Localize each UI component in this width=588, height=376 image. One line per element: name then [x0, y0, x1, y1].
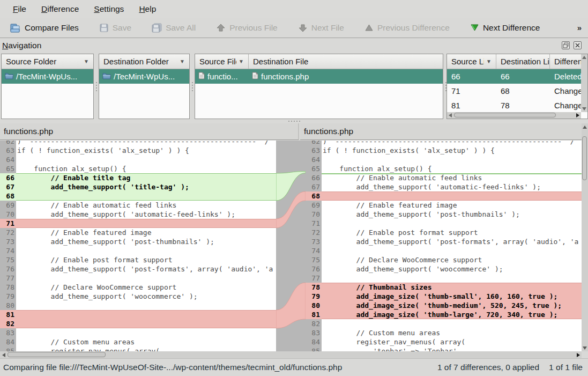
folder-row[interactable]: /TecMint-WpUs...	[2, 69, 93, 84]
diff-vertical-scrollbar[interactable]	[582, 123, 588, 351]
gutter-texture	[306, 246, 310, 255]
destination-file-column-header[interactable]: Destination File	[249, 54, 443, 69]
dock-close-button[interactable]	[574, 41, 582, 49]
gutter-texture	[306, 337, 310, 346]
source-folder-header-label: Source Folder	[6, 57, 56, 66]
gutter-texture	[0, 264, 4, 274]
previous-file-icon	[216, 24, 226, 32]
scroll-left-icon[interactable]	[0, 351, 7, 358]
gutter-texture	[0, 301, 4, 310]
differences-horizontal-scrollbar[interactable]	[447, 112, 581, 119]
scroll-up-icon[interactable]	[582, 123, 588, 130]
gutter-texture	[0, 141, 4, 146]
code-line: 64	[0, 155, 276, 164]
code-text: add_image_size( 'thumb-medium', 520, 245…	[322, 301, 582, 310]
gutter-texture	[306, 237, 310, 246]
previous-file-label: Previous File	[229, 23, 278, 33]
code-line: 78 // Declare WooCommerce support	[0, 283, 276, 292]
code-text: add_image_size( 'thumb-small', 160, 160,…	[322, 292, 582, 301]
differences-vertical-scrollbar[interactable]	[581, 54, 587, 112]
source-file-column-header[interactable]: Source File ▼	[195, 54, 249, 69]
code-text: ) --------------------------------------…	[16, 141, 276, 146]
scrollbar-thumb[interactable]	[8, 352, 106, 357]
destination-file-title: functions.php	[300, 123, 582, 140]
diff-horizontal-scrollbar[interactable]	[0, 351, 582, 358]
gutter-texture	[306, 141, 310, 146]
code-text: // Custom menu areas	[322, 328, 582, 337]
code-text: add_theme_support( 'post-thumbnails' );	[16, 237, 276, 246]
destination-line-column-header[interactable]: Destination Line	[496, 54, 550, 69]
code-line: 84 // Custom menu areas	[0, 337, 276, 346]
difference-row[interactable]: 6666Deleted	[447, 69, 581, 84]
code-text: ) --------------------------------------…	[322, 141, 582, 146]
gutter-texture	[0, 146, 4, 155]
menu-difference[interactable]: Difference	[34, 2, 86, 16]
compare-files-button[interactable]: Compare Files	[4, 20, 84, 35]
code-line: 64	[306, 155, 582, 164]
code-line: 82	[306, 319, 582, 328]
line-number: 63	[4, 146, 16, 155]
gutter-texture	[0, 328, 4, 337]
source-line-column-header[interactable]: Source Line ▼	[447, 54, 496, 69]
destination-file-cell: functions.php	[261, 72, 309, 81]
file-row[interactable]: functio...functions.php	[195, 69, 443, 84]
line-number: 64	[4, 155, 16, 164]
scroll-up-icon[interactable]	[581, 54, 587, 61]
scroll-right-icon[interactable]	[575, 112, 581, 119]
source-line-cell: 81	[451, 101, 460, 110]
menu-help[interactable]: Help	[131, 2, 163, 16]
gutter-texture	[306, 182, 310, 191]
compare-files-label: Compare Files	[25, 23, 79, 33]
code-line: 69 // Enable featured image	[306, 201, 582, 210]
dock-float-icon	[563, 41, 569, 50]
difference-type-cell: Deleted	[554, 72, 581, 81]
menu-settings[interactable]: Settings	[86, 2, 131, 16]
next-file-label: Next File	[311, 23, 344, 33]
scrollbar-thumb[interactable]	[582, 136, 587, 180]
code-line: 65 function alx_setup() {	[0, 164, 276, 173]
next-difference-icon	[470, 24, 479, 32]
destination-folder-header[interactable]: Destination Folder ▼	[99, 54, 189, 69]
destination-code-pane[interactable]: 62) ------------------------------------…	[306, 141, 582, 351]
line-number: 73	[4, 237, 16, 246]
scroll-down-icon[interactable]	[582, 344, 588, 351]
scroll-right-icon[interactable]	[575, 351, 582, 358]
code-line: 70 add_theme_support( 'post-thumbnails' …	[306, 210, 582, 219]
document-icon	[252, 72, 258, 81]
gutter-texture	[0, 274, 4, 283]
toolbar: Compare Files Save Save All	[0, 18, 588, 38]
gutter-texture	[306, 146, 310, 155]
save-button: Save	[94, 21, 137, 35]
folder-row[interactable]: /TecMint-WpUs...	[99, 69, 189, 84]
diff-connector-area	[276, 141, 306, 351]
dock-float-button[interactable]	[562, 41, 570, 49]
source-folder-header[interactable]: Source Folder ▼	[2, 54, 93, 69]
toolbar-overflow-button[interactable]: »	[577, 23, 588, 32]
menubar: FileDifferenceSettingsHelp	[0, 0, 588, 18]
difference-row[interactable]: 7168Changed	[447, 84, 581, 98]
gutter-texture	[0, 292, 4, 301]
panel-splitter-handle[interactable]	[94, 54, 98, 119]
menu-file[interactable]: File	[5, 2, 34, 16]
source-file-name: functions.php	[4, 127, 53, 136]
next-difference-button[interactable]: Next Difference	[465, 21, 546, 35]
gutter-texture	[306, 310, 310, 319]
folder-path: /TecMint-WpUs...	[114, 72, 175, 81]
code-text	[16, 155, 276, 164]
source-code-pane[interactable]: 62) ------------------------------------…	[0, 141, 276, 351]
scroll-down-icon[interactable]	[581, 106, 587, 112]
scroll-left-icon[interactable]	[447, 112, 453, 119]
difference-row[interactable]: 8178Changed	[447, 98, 581, 113]
code-line: 62) ------------------------------------…	[0, 141, 276, 146]
navigation-splitter-handle[interactable]	[0, 119, 588, 123]
gutter-texture	[306, 274, 310, 283]
line-number: 70	[310, 210, 322, 219]
code-line: 79 add_theme_support( 'woocommerce' );	[0, 292, 276, 301]
line-number: 77	[310, 274, 322, 283]
scrollbar-thumb[interactable]	[454, 113, 556, 117]
code-line: 80 add_image_size( 'thumb-medium', 520, …	[306, 301, 582, 310]
panel-splitter-handle[interactable]	[190, 54, 194, 119]
line-number: 78	[310, 283, 322, 292]
gutter-texture	[306, 201, 310, 210]
code-text	[322, 319, 582, 328]
